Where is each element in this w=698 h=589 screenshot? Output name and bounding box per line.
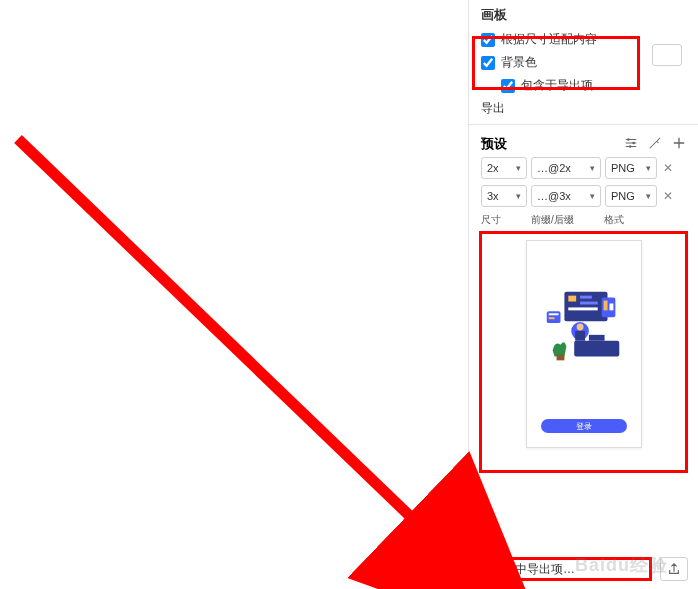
- chevron-down-icon: ▾: [516, 163, 521, 173]
- knife-icon[interactable]: [648, 136, 662, 153]
- chevron-down-icon: ▾: [590, 163, 595, 173]
- chevron-down-icon: ▾: [646, 163, 651, 173]
- svg-rect-9: [603, 301, 607, 311]
- svg-point-12: [576, 324, 583, 331]
- share-button[interactable]: [660, 557, 688, 581]
- remove-preset-icon[interactable]: ✕: [661, 189, 675, 203]
- suffix-dropdown[interactable]: …@2x▾: [531, 157, 601, 179]
- svg-rect-6: [580, 302, 598, 305]
- preview-highlight-box: 登录: [479, 231, 688, 473]
- export-link-row[interactable]: 导出: [469, 97, 698, 120]
- svg-rect-16: [548, 317, 554, 319]
- suffix-dropdown[interactable]: …@3x▾: [531, 185, 601, 207]
- resize-to-fit-label: 根据尺寸适配内容: [501, 31, 597, 48]
- svg-point-2: [629, 145, 632, 148]
- background-color-checkbox[interactable]: [481, 56, 495, 70]
- preset-rows: 2x▾ …@2x▾ PNG▾ ✕ 3x▾ …@3x▾ PNG▾ ✕: [469, 157, 698, 207]
- inspector-panel: 画板 根据尺寸适配内容 背景色 包含于导出项 导出 预设 2x▾: [468, 0, 698, 589]
- remove-preset-icon[interactable]: ✕: [661, 161, 675, 175]
- resize-to-fit-checkbox[interactable]: [481, 33, 495, 47]
- presets-header: 预设: [469, 129, 698, 157]
- svg-line-20: [18, 139, 440, 545]
- include-in-export-row[interactable]: 包含于导出项: [469, 74, 698, 97]
- include-in-export-label: 包含于导出项: [521, 77, 593, 94]
- col-size-label: 尺寸: [481, 213, 501, 227]
- presets-title: 预设: [481, 135, 507, 153]
- preview-cta-button: 登录: [541, 419, 627, 433]
- chevron-down-icon: ▾: [590, 191, 595, 201]
- export-link[interactable]: 导出: [481, 100, 505, 117]
- svg-rect-18: [588, 335, 604, 341]
- svg-rect-5: [580, 296, 592, 299]
- svg-point-0: [627, 138, 630, 141]
- settings-icon[interactable]: [624, 136, 638, 153]
- preset-row: 3x▾ …@3x▾ PNG▾ ✕: [481, 185, 686, 207]
- divider: [469, 124, 698, 125]
- size-dropdown[interactable]: 2x▾: [481, 157, 527, 179]
- svg-rect-4: [568, 296, 576, 302]
- format-dropdown[interactable]: PNG▾: [605, 185, 657, 207]
- background-color-label: 背景色: [501, 54, 537, 71]
- preset-row: 2x▾ …@2x▾ PNG▾ ✕: [481, 157, 686, 179]
- chevron-down-icon: ▾: [646, 191, 651, 201]
- background-color-swatch[interactable]: [652, 44, 682, 66]
- artboard-section-title: 画板: [469, 0, 698, 28]
- export-selected-button[interactable]: 已选中导出项…: [480, 557, 652, 581]
- size-dropdown[interactable]: 3x▾: [481, 185, 527, 207]
- artboard-preview[interactable]: 登录: [526, 240, 642, 448]
- svg-point-1: [632, 141, 635, 144]
- preset-column-labels: 尺寸 前缀/后缀 格式: [469, 213, 698, 227]
- col-suffix-label: 前缀/后缀: [531, 213, 574, 227]
- include-in-export-checkbox[interactable]: [501, 79, 515, 93]
- col-format-label: 格式: [604, 213, 624, 227]
- format-dropdown[interactable]: PNG▾: [605, 157, 657, 179]
- svg-rect-10: [609, 304, 613, 311]
- svg-rect-7: [568, 307, 597, 310]
- chevron-down-icon: ▾: [516, 191, 521, 201]
- svg-rect-13: [575, 331, 585, 341]
- toolbar-button[interactable]: [450, 557, 474, 581]
- plus-icon[interactable]: [672, 136, 686, 153]
- svg-rect-19: [556, 354, 564, 360]
- svg-rect-17: [574, 341, 619, 357]
- svg-rect-15: [548, 313, 558, 315]
- preview-illustration: [535, 283, 633, 373]
- export-row: 已选中导出项…: [480, 557, 688, 581]
